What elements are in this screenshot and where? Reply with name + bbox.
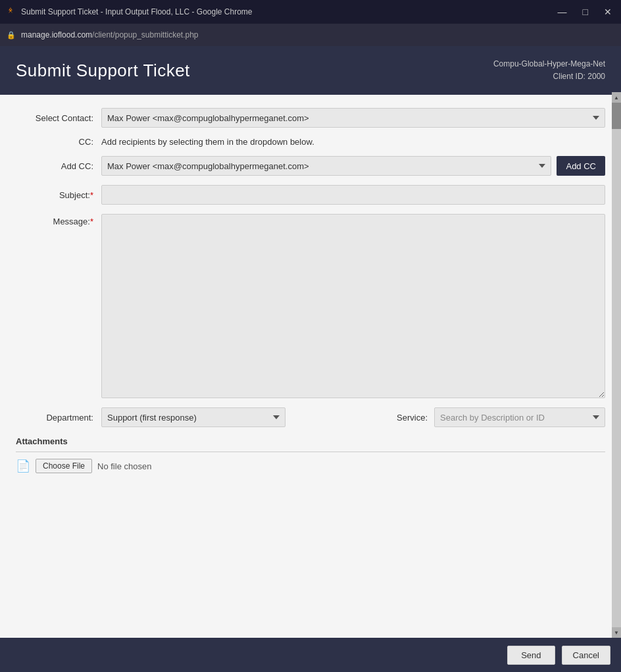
subject-input[interactable] (101, 185, 605, 205)
cc-label: CC: (16, 137, 101, 147)
subject-label: Subject:* (16, 190, 101, 200)
dept-service-row: Department: Support (first response) Ser… (16, 407, 605, 427)
lock-icon: 🔒 (7, 31, 16, 39)
close-button[interactable]: ✕ (600, 6, 616, 18)
main-content: Select Contact: Max Power <max@compuglob… (0, 95, 621, 638)
url-display: manage.ioflood.com/client/popup_submitti… (21, 30, 199, 39)
file-icon: 📄 (16, 459, 30, 473)
attachments-section: Attachments 📄 Choose File No file chosen (16, 436, 605, 473)
scrollbar[interactable]: ▲ ▼ (612, 92, 621, 638)
service-dropdown[interactable]: Search by Description or ID (434, 407, 605, 427)
scroll-down-arrow[interactable]: ▼ (612, 627, 621, 638)
select-contact-dropdown[interactable]: Max Power <max@compuglobalhypermeganet.c… (101, 108, 605, 128)
select-contact-label: Select Contact: (16, 113, 101, 123)
svg-marker-1 (9, 7, 12, 13)
page-title: Submit Support Ticket (16, 61, 190, 81)
department-label: Department: (16, 413, 101, 423)
subject-row: Subject:* (16, 185, 605, 205)
company-name: Compu-Global-Hyper-Mega-Net (493, 58, 605, 70)
title-bar-left: Submit Support Ticket - Input Output Flo… (5, 7, 253, 17)
page-header: Submit Support Ticket Compu-Global-Hyper… (0, 46, 621, 95)
cc-row: CC: Add recipients by selecting them in … (16, 137, 605, 147)
add-cc-row: Add CC: Max Power <max@compuglobalhyperm… (16, 156, 605, 176)
cancel-button[interactable]: Cancel (562, 646, 610, 665)
app-icon (5, 7, 16, 17)
add-cc-label: Add CC: (16, 161, 101, 171)
message-row: Message:* (16, 214, 605, 398)
department-section: Department: Support (first response) (16, 407, 310, 427)
message-label: Message:* (16, 214, 101, 226)
message-textarea[interactable] (101, 214, 605, 398)
minimize-button[interactable]: — (554, 6, 571, 18)
page-footer: Send Cancel (0, 638, 621, 672)
client-id: Client ID: 2000 (493, 70, 605, 83)
maximize-button[interactable]: □ (579, 6, 592, 18)
department-dropdown[interactable]: Support (first response) (101, 407, 286, 427)
service-label: Service: (397, 413, 434, 423)
title-bar: Submit Support Ticket - Input Output Flo… (0, 0, 621, 24)
choose-file-button[interactable]: Choose File (36, 459, 92, 473)
attachments-header: Attachments (16, 436, 605, 452)
address-bar: 🔒 manage.ioflood.com/client/popup_submit… (0, 24, 621, 46)
add-cc-dropdown[interactable]: Max Power <max@compuglobalhypermeganet.c… (101, 156, 551, 176)
window-title: Submit Support Ticket - Input Output Flo… (21, 7, 253, 16)
file-row: 📄 Choose File No file chosen (16, 459, 605, 473)
select-contact-row: Select Contact: Max Power <max@compuglob… (16, 108, 605, 128)
scroll-thumb[interactable] (612, 103, 621, 129)
window-controls: — □ ✕ (554, 6, 616, 18)
add-cc-controls: Max Power <max@compuglobalhypermeganet.c… (101, 156, 605, 176)
add-cc-button[interactable]: Add CC (557, 156, 605, 176)
client-info: Compu-Global-Hyper-Mega-Net Client ID: 2… (493, 58, 605, 83)
send-button[interactable]: Send (507, 646, 555, 665)
no-file-text: No file chosen (97, 461, 151, 471)
scroll-up-arrow[interactable]: ▲ (612, 92, 621, 103)
cc-hint: Add recipients by selecting them in the … (101, 137, 314, 147)
service-section: Service: Search by Description or ID (310, 407, 605, 427)
